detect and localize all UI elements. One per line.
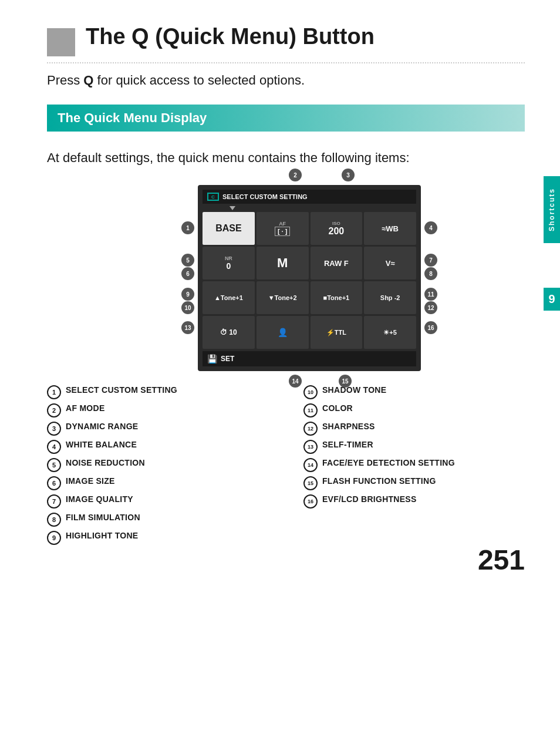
item-14: 14 FACE/EYE DETECTION SETTING bbox=[303, 456, 525, 474]
item-16-label: EVF/LCD BRIGHTNESS bbox=[322, 494, 417, 504]
item-1: 1 SELECT CUSTOM SETTING bbox=[47, 383, 268, 401]
camera-grid-row4: ⏱ 10 👤 ⚡TTL ☀+5 bbox=[203, 316, 416, 349]
subtitle-bold: Q bbox=[83, 73, 93, 87]
item-10: 10 SHADOW TONE bbox=[303, 383, 525, 401]
cell-iso: ISO 200 bbox=[311, 212, 363, 245]
diagram-area: 2 3 1 4 5 6 7 8 9 10 11 12 13 16 bbox=[145, 185, 427, 371]
cell-af: AF [ · ] bbox=[257, 212, 309, 245]
section-header-text: The Quick Menu Display bbox=[58, 110, 207, 125]
item-11-label: COLOR bbox=[322, 403, 353, 413]
camera-set-bar: 💾 SET bbox=[203, 351, 416, 366]
item-15-number: 15 bbox=[303, 476, 318, 490]
item-5: 5 NOISE REDUCTION bbox=[47, 456, 268, 474]
item-12-label: SHARPNESS bbox=[322, 421, 375, 432]
callout-5: 5 bbox=[181, 254, 194, 267]
cell-m: M bbox=[257, 247, 309, 280]
cell-dtone: ■Tone+1 bbox=[311, 281, 363, 314]
item-3-number: 3 bbox=[47, 422, 61, 436]
page-number: 251 bbox=[478, 544, 525, 576]
item-3-label: DYNAMIC RANGE bbox=[66, 421, 138, 432]
sidebar-tab-label: Shortcuts bbox=[548, 188, 556, 231]
cell-sharp: Shp -2 bbox=[364, 281, 416, 314]
item-7-number: 7 bbox=[47, 494, 61, 509]
item-12-number: 12 bbox=[303, 422, 318, 436]
item-2: 2 AF MODE bbox=[47, 401, 268, 419]
sidebar-tab: Shortcuts bbox=[544, 176, 560, 243]
title-divider bbox=[47, 62, 525, 63]
cell-timer: ⏱ 10 bbox=[203, 316, 255, 349]
item-16-number: 16 bbox=[303, 494, 318, 509]
cell-face: 👤 bbox=[257, 316, 309, 349]
camera-diagram: 2 3 1 4 5 6 7 8 9 10 11 12 13 16 bbox=[198, 185, 421, 371]
sidebar-number: 9 bbox=[544, 288, 560, 311]
item-16: 16 EVF/LCD BRIGHTNESS bbox=[303, 492, 525, 510]
item-8: 8 FILM SIMULATION bbox=[47, 510, 268, 528]
item-7-label: IMAGE QUALITY bbox=[66, 494, 133, 504]
callout-15: 15 bbox=[339, 375, 352, 388]
item-5-label: NOISE REDUCTION bbox=[66, 457, 145, 468]
callout-13: 13 bbox=[181, 321, 194, 334]
callout-12: 12 bbox=[424, 301, 437, 314]
cell-nr: NR 0 bbox=[203, 247, 255, 280]
item-6: 6 IMAGE SIZE bbox=[47, 474, 268, 492]
base-arrow bbox=[230, 206, 235, 210]
title-area: The Q (Quick Menu) Button bbox=[47, 23, 525, 56]
item-4: 4 WHITE BALANCE bbox=[47, 437, 268, 456]
item-1-number: 1 bbox=[47, 385, 61, 399]
camera-grid-row2: NR 0 M RAW F V≈ bbox=[203, 247, 416, 280]
item-13: 13 SELF-TIMER bbox=[303, 437, 525, 456]
callout-1: 1 bbox=[181, 221, 194, 234]
item-10-number: 10 bbox=[303, 385, 318, 399]
subtitle-pre: Press bbox=[47, 73, 83, 87]
cell-evf: ☀+5 bbox=[364, 316, 416, 349]
subtitle-post: for quick access to selected options. bbox=[93, 73, 305, 87]
page-container: The Q (Quick Menu) Button Press Q for qu… bbox=[0, 0, 560, 594]
cell-itone: ▼Tone+2 bbox=[257, 281, 309, 314]
body-text: At default settings, the quick menu cont… bbox=[47, 148, 525, 167]
item-8-label: FILM SIMULATION bbox=[66, 512, 140, 523]
item-9: 9 HIGHLIGHT TONE bbox=[47, 528, 268, 547]
item-2-label: AF MODE bbox=[66, 403, 105, 413]
item-15: 15 FLASH FUNCTION SETTING bbox=[303, 474, 525, 492]
callout-3: 3 bbox=[342, 169, 355, 181]
camera-grid-row1: BASE AF [ · ] ISO 200 bbox=[203, 212, 416, 245]
item-6-label: IMAGE SIZE bbox=[66, 476, 115, 486]
item-14-label: FACE/EYE DETECTION SETTING bbox=[322, 457, 455, 468]
cell-flash: ⚡TTL bbox=[311, 316, 363, 349]
top-bar-label: SELECT CUSTOM SETTING bbox=[222, 193, 308, 200]
camera-grid-row3: ▲Tone+1 ▼Tone+2 ■Tone+1 Shp -2 bbox=[203, 281, 416, 314]
callout-7: 7 bbox=[424, 254, 437, 267]
camera-ui: C SELECT CUSTOM SETTING BASE bbox=[198, 185, 421, 371]
set-label: SET bbox=[221, 355, 234, 363]
item-14-number: 14 bbox=[303, 458, 318, 472]
cell-film: V≈ bbox=[364, 247, 416, 280]
items-right-col: 10 SHADOW TONE 11 COLOR 12 SHARPNESS 13 … bbox=[303, 383, 525, 547]
item-11-number: 11 bbox=[303, 403, 318, 417]
callout-4: 4 bbox=[424, 221, 437, 234]
camera-top-bar: C SELECT CUSTOM SETTING bbox=[203, 190, 416, 204]
callout-11: 11 bbox=[424, 288, 437, 301]
cell-base: BASE bbox=[203, 212, 255, 245]
callout-10: 10 bbox=[181, 301, 194, 314]
item-13-label: SELF-TIMER bbox=[322, 439, 373, 450]
item-11: 11 COLOR bbox=[303, 401, 525, 419]
cell-wb: ≈WB bbox=[364, 212, 416, 245]
item-4-number: 4 bbox=[47, 440, 61, 454]
item-8-number: 8 bbox=[47, 513, 61, 527]
subtitle: Press Q for quick access to selected opt… bbox=[47, 73, 525, 88]
item-9-label: HIGHLIGHT TONE bbox=[66, 530, 138, 541]
callout-8: 8 bbox=[424, 267, 437, 280]
items-left-col: 1 SELECT CUSTOM SETTING 2 AF MODE 3 DYNA… bbox=[47, 383, 268, 547]
item-1-label: SELECT CUSTOM SETTING bbox=[66, 385, 177, 395]
items-grid: 1 SELECT CUSTOM SETTING 2 AF MODE 3 DYNA… bbox=[47, 383, 525, 547]
callout-14: 14 bbox=[289, 375, 302, 388]
callout-6: 6 bbox=[181, 267, 194, 280]
item-3: 3 DYNAMIC RANGE bbox=[47, 419, 268, 437]
page-title: The Q (Quick Menu) Button bbox=[86, 23, 375, 50]
callout-2: 2 bbox=[289, 169, 302, 181]
callout-9: 9 bbox=[181, 288, 194, 301]
custom-icon: C bbox=[207, 193, 219, 201]
cell-htone: ▲Tone+1 bbox=[203, 281, 255, 314]
item-2-number: 2 bbox=[47, 403, 61, 417]
item-15-label: FLASH FUNCTION SETTING bbox=[322, 476, 436, 486]
